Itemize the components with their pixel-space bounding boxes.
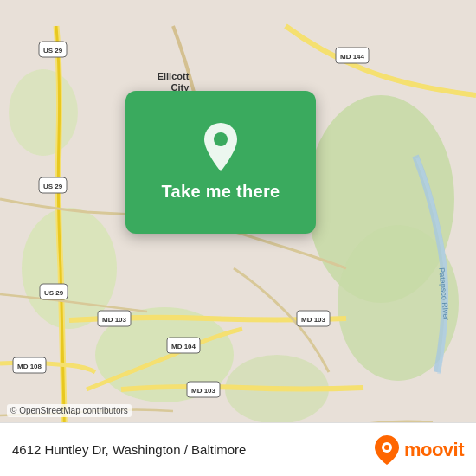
moovit-name: moovit (404, 439, 464, 461)
svg-text:US 29: US 29 (43, 183, 63, 190)
bottom-bar: 4612 Huntley Dr, Washington / Baltimore … (0, 422, 476, 476)
location-card: Take me there (125, 91, 316, 234)
svg-text:MD 144: MD 144 (340, 53, 365, 61)
location-pin-icon (200, 123, 241, 171)
take-me-there-button[interactable]: Take me there (162, 182, 280, 202)
moovit-pin-icon (375, 435, 399, 465)
svg-text:MD 103: MD 103 (102, 316, 127, 324)
svg-text:MD 103: MD 103 (301, 316, 326, 324)
svg-text:MD 104: MD 104 (171, 343, 196, 351)
svg-text:MD 103: MD 103 (191, 387, 216, 395)
svg-text:Ellicott: Ellicott (158, 71, 190, 81)
map-container: US 29 US 29 US 29 MD 144 MD 103 MD 103 M… (0, 0, 476, 476)
svg-point-6 (9, 69, 78, 156)
svg-text:US 29: US 29 (43, 47, 63, 55)
svg-point-30 (384, 445, 389, 450)
osm-attribution: © OpenStreetMap contributors (7, 404, 132, 417)
svg-text:MD 108: MD 108 (17, 363, 42, 370)
svg-text:US 29: US 29 (44, 289, 64, 297)
moovit-logo: moovit (375, 435, 464, 465)
address-text: 4612 Huntley Dr, Washington / Baltimore (12, 442, 246, 457)
svg-point-28 (214, 132, 228, 146)
